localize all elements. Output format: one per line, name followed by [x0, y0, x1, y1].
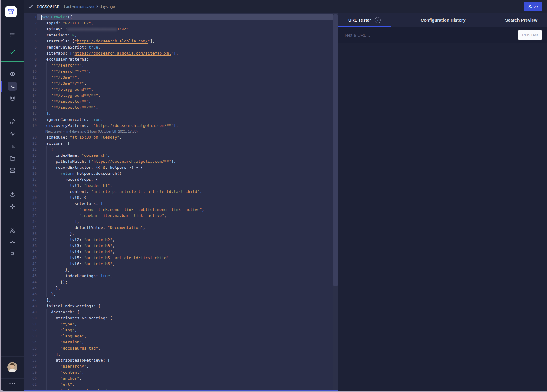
code-line[interactable]: 26 return helpers.docsearch({ [24, 171, 333, 177]
code-line[interactable]: 22 { [24, 146, 333, 152]
code-line[interactable]: 44 }); [24, 279, 333, 285]
url-input[interactable] [343, 32, 518, 38]
sidebar-item-link[interactable] [1, 116, 24, 128]
sidebar-divider [1, 378, 24, 379]
sidebar-item-gear[interactable] [1, 201, 24, 213]
code-line[interactable]: 20 schedule: "at 15:30 on Tuesday", [24, 134, 333, 140]
sidebar-item-git-commit[interactable] [1, 237, 24, 249]
sidebar-item-download[interactable] [1, 189, 24, 201]
code-line[interactable]: 49 docsearch: { [24, 309, 333, 315]
code-line[interactable]: 2 appId: "R2IYF7ETH7", [24, 20, 333, 26]
sidebar-item-eye[interactable] [1, 68, 24, 80]
sidebar-item-activity[interactable] [1, 128, 24, 140]
sidebar-item-users[interactable] [1, 225, 24, 237]
code-line[interactable]: 45 }, [24, 285, 333, 291]
code-line[interactable]: 37 lvl2: "article h2", [24, 237, 333, 243]
code-line[interactable]: 32 ".menu__link.menu__link--sublist.menu… [24, 207, 333, 213]
code-line[interactable]: 4 rateLimit: 8, [24, 32, 333, 38]
sidebar-item-lifebuoy[interactable] [1, 93, 24, 105]
code-line[interactable]: 60 "anchor", [24, 375, 333, 381]
code-line[interactable]: 36 }, [24, 231, 333, 237]
tab-url-tester[interactable]: URL Tester i [338, 13, 391, 27]
code-editor[interactable]: 1new Crawler({2 appId: "R2IYF7ETH7",3 ap… [24, 13, 333, 391]
tab-url-tester-label: URL Tester [348, 18, 371, 23]
sidebar-item-server[interactable] [1, 165, 24, 177]
code-line[interactable]: 59 "content", [24, 369, 333, 375]
code-line[interactable]: 8 exclusionPatterns: [ [24, 56, 333, 62]
code-line[interactable]: 58 "hierarchy", [24, 363, 333, 369]
code-line[interactable]: 17 ], [24, 111, 333, 117]
sidebar-item-list[interactable] [1, 29, 24, 41]
code-line[interactable]: 51 "type", [24, 321, 333, 327]
code-line[interactable]: 52 "lang", [24, 327, 333, 333]
code-line[interactable]: 25 recordExtractor: ({ $, helpers }) ⇒ { [24, 165, 333, 171]
code-line[interactable]: 15 "**/inspector**", [24, 99, 333, 105]
code-line[interactable]: 19 discoveryPatterns: ["https://docsearc… [24, 123, 333, 129]
code-line[interactable]: 28 lvl1: "header h1", [24, 183, 333, 189]
sidebar-item-terminal[interactable] [1, 80, 24, 92]
code-line[interactable]: 13 "**/playground**", [24, 86, 333, 93]
code-line[interactable]: 33 ".navbar__item.navbar__link--active", [24, 213, 333, 219]
sidebar-item-bar-chart[interactable] [1, 140, 24, 152]
code-line[interactable]: 9 "**/search**", [24, 62, 333, 68]
code-line[interactable]: 29 content: "article p, article li, arti… [24, 189, 333, 195]
code-line[interactable]: 56 ], [24, 351, 333, 357]
more-menu-icon[interactable] [1, 383, 24, 384]
sidebar-item-folder[interactable] [1, 153, 24, 165]
code-line[interactable]: 35 defaultValue: "Documentation", [24, 225, 333, 231]
last-saved-link[interactable]: Last version saved 3 days ago [64, 5, 115, 9]
code-line[interactable]: 14 "**/playground**/**", [24, 93, 333, 99]
code-line[interactable]: 43 indexHeadings: true, [24, 273, 333, 279]
code-line[interactable]: 47 ], [24, 297, 333, 303]
code-line[interactable]: 7 sitemaps: ["https://docsearch.algolia.… [24, 50, 333, 56]
edit-pencil-icon[interactable] [28, 4, 33, 9]
line-number: 57 [24, 357, 37, 363]
run-test-button[interactable]: Run Test [518, 30, 542, 40]
code-line[interactable]: 34 ], [24, 219, 333, 225]
code-line[interactable]: 11 "**/v3me**", [24, 74, 333, 80]
code-line[interactable]: 23 indexName: "docsearch", [24, 152, 333, 158]
code-line[interactable]: 21 actions: [ [24, 140, 333, 146]
save-button[interactable]: Save [524, 2, 542, 11]
code-line[interactable]: 41 lvl6: "article h6", [24, 261, 333, 267]
code-line[interactable]: 31 selectors: [ [24, 201, 333, 207]
crawler-logo[interactable] [5, 6, 17, 17]
code-line[interactable]: 54 "version", [24, 339, 333, 345]
code-line[interactable]: 48 initialIndexSettings: { [24, 303, 333, 309]
eye-icon [9, 71, 16, 78]
line-number: 59 [24, 369, 37, 375]
code-line[interactable]: 1new Crawler({ [24, 14, 333, 20]
code-line[interactable]: 40 lvl5: "article h5, article td:first-c… [24, 255, 333, 261]
code-line[interactable]: 38 lvl3: "article h3", [24, 243, 333, 249]
code-line[interactable]: 24 pathsToMatch: ["https://docsearch.alg… [24, 158, 333, 165]
code-line[interactable]: 57 attributesToRetrieve: [ [24, 357, 333, 363]
code-line[interactable]: 27 recordProps: { [24, 177, 333, 183]
code-line[interactable]: 50 attributesForFaceting: [ [24, 315, 333, 321]
code-line[interactable]: 61 "url", [24, 381, 333, 387]
code-text: pathsToMatch: ["https://docsearch.algoli… [37, 158, 333, 165]
code-line[interactable]: 10 "**/search**/**", [24, 68, 333, 74]
sidebar-item-check[interactable] [1, 46, 24, 58]
code-line[interactable]: 30 lvl0: { [24, 195, 333, 201]
editor-scrollbar-thumb[interactable] [333, 14, 338, 286]
code-line[interactable]: 6 renderJavaScript: true, [24, 44, 333, 50]
sidebar-item-flag[interactable] [1, 249, 24, 261]
code-line[interactable]: 12 "**/v3me**/**", [24, 80, 333, 86]
code-line[interactable]: 55 "docusaurus_tag", [24, 345, 333, 351]
code-line[interactable]: 16 "**/inspector**/**", [24, 105, 333, 111]
code-line[interactable]: 5 startUrls: ["https://docsearch.algolia… [24, 38, 333, 44]
code-text: "language", [37, 333, 333, 339]
code-line[interactable]: 46 }, [24, 291, 333, 297]
code-line[interactable]: 42 }, [24, 267, 333, 273]
code-line[interactable]: 53 "language", [24, 333, 333, 339]
line-number: 33 [24, 213, 37, 219]
line-number: 4 [24, 32, 37, 38]
code-line[interactable]: 39 lvl4: "article h4", [24, 249, 333, 255]
tab-search-preview[interactable]: Search Preview [495, 13, 547, 27]
code-line[interactable]: 3 apiKey: "xxxxxxxxxxxxxxxxxxxxx144c", [24, 26, 333, 32]
code-text: ignoreCanonicalTo: true, [37, 117, 333, 123]
avatar[interactable] [7, 362, 17, 372]
tab-configuration-history[interactable]: Configuration History [391, 13, 495, 27]
code-line[interactable]: 18 ignoreCanonicalTo: true, [24, 117, 333, 123]
info-icon[interactable]: i [375, 17, 381, 23]
